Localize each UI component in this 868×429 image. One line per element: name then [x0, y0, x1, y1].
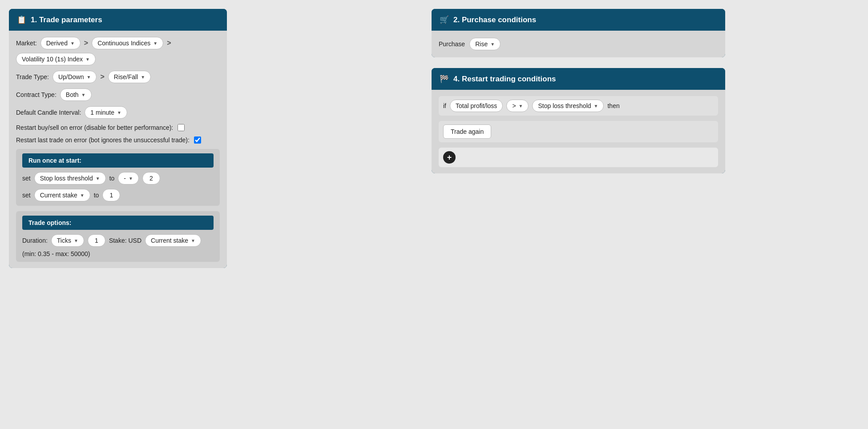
candle-interval-dropdown[interactable]: 1 minute ▼ — [85, 106, 127, 119]
chevron-down-icon-2: ▼ — [153, 41, 157, 46]
right-column: 🛒 2. Purchase conditions Purchase Rise ▼… — [432, 9, 725, 173]
market-indices-dropdown[interactable]: Continuous Indices ▼ — [92, 37, 163, 49]
cart-icon: 🛒 — [440, 15, 449, 24]
operator-value: > — [512, 102, 516, 109]
trade-options-section: Trade options: Duration: Ticks ▼ 1 Stake… — [16, 211, 220, 262]
trade-type-updown-value: Up/Down — [58, 73, 84, 80]
trade-options-header: Trade options: — [22, 216, 214, 230]
restart-buysell-row: Restart buy/sell on error (disable for b… — [16, 124, 220, 131]
set2-variable-value: Current stake — [40, 192, 77, 199]
set1-to-label: to — [109, 175, 115, 182]
set2-value[interactable]: 1 — [102, 189, 120, 201]
set1-label: set — [22, 175, 31, 182]
doc-icon: 📋 — [17, 15, 26, 24]
stake-label: Stake: USD — [109, 237, 141, 244]
contract-type-both-dropdown[interactable]: Both ▼ — [60, 88, 92, 101]
restart-buysell-label: Restart buy/sell on error (disable for b… — [16, 124, 173, 131]
condition2-value: Stop loss threshold — [538, 102, 591, 109]
set1-variable-value: Stop loss threshold — [40, 175, 93, 182]
market-derived-value: Derived — [46, 40, 68, 47]
trade-again-button[interactable]: Trade again — [443, 124, 491, 139]
set1-variable-dropdown[interactable]: Stop loss threshold ▼ — [34, 172, 106, 184]
stake-value: Current stake — [151, 237, 188, 244]
purchase-conditions-body: Purchase Rise ▼ — [432, 31, 725, 57]
chevron-down-icon-4: ▼ — [87, 75, 91, 80]
set1-operator-value: - — [124, 175, 126, 182]
market-volatility-dropdown[interactable]: Volatility 10 (1s) Index ▼ — [16, 53, 96, 65]
run-once-header: Run once at start: — [22, 153, 214, 168]
if-condition-row: if Total profit/loss > ▼ Stop loss thres… — [439, 96, 718, 116]
trade-type-updown-dropdown[interactable]: Up/Down ▼ — [52, 71, 97, 83]
duration-type-value: Ticks — [57, 237, 71, 244]
chevron-down-icon-7: ▼ — [117, 110, 121, 115]
chevron-down-icon: ▼ — [70, 41, 75, 46]
duration-row: Duration: Ticks ▼ 1 Stake: USD Current s… — [22, 234, 214, 257]
contract-type-both-value: Both — [66, 91, 79, 98]
stake-dropdown[interactable]: Current stake ▼ — [145, 234, 201, 247]
chevron-down-icon-3: ▼ — [85, 57, 90, 62]
add-condition-row: + — [439, 148, 718, 167]
chevron-down-icon-11: ▼ — [74, 238, 78, 243]
set2-label: set — [22, 192, 31, 199]
set1-value[interactable]: 2 — [142, 172, 160, 184]
if-label: if — [443, 102, 446, 109]
duration-value[interactable]: 1 — [88, 234, 105, 247]
duration-type-dropdown[interactable]: Ticks ▼ — [51, 234, 84, 247]
purchase-rise-dropdown[interactable]: Rise ▼ — [469, 38, 501, 50]
restart-buysell-checkbox[interactable] — [178, 124, 185, 131]
trade-type-risefall-dropdown[interactable]: Rise/Fall ▼ — [108, 71, 151, 83]
market-label: Market: — [16, 40, 37, 47]
set1-row: set Stop loss threshold ▼ to - ▼ 2 — [22, 172, 214, 184]
restart-lasttrade-row: Restart last trade on error (bot ignores… — [16, 136, 220, 144]
purchase-rise-value: Rise — [475, 40, 488, 48]
set1-operator-dropdown[interactable]: - ▼ — [118, 172, 139, 184]
restart-trading-header: 🏁 4. Restart trading conditions — [432, 68, 725, 90]
chevron-down-icon-5: ▼ — [141, 75, 145, 80]
chevron-down-icon-8: ▼ — [96, 176, 100, 181]
candle-interval-label: Default Candle Interval: — [16, 109, 81, 116]
set2-variable-dropdown[interactable]: Current stake ▼ — [34, 189, 90, 201]
flag-icon: 🏁 — [440, 74, 449, 84]
trade-parameters-title: 1. Trade parameters — [31, 16, 102, 24]
trade-parameters-header: 📋 1. Trade parameters — [9, 9, 227, 31]
separator-1: > — [84, 39, 88, 47]
restart-lasttrade-checkbox[interactable] — [194, 136, 201, 144]
candle-interval-row: Default Candle Interval: 1 minute ▼ — [16, 106, 220, 119]
add-condition-button[interactable]: + — [443, 151, 456, 164]
run-once-label: Run once at start: — [28, 157, 81, 164]
purchase-label: Purchase — [439, 40, 465, 48]
duration-label: Duration: — [22, 237, 48, 244]
trade-type-row: Trade Type: Up/Down ▼ > Rise/Fall ▼ — [16, 71, 220, 83]
restart-trading-panel: 🏁 4. Restart trading conditions if Total… — [432, 68, 725, 173]
restart-lasttrade-label: Restart last trade on error (bot ignores… — [16, 136, 190, 144]
chevron-down-icon-6: ▼ — [81, 92, 86, 97]
chevron-down-icon-15: ▼ — [594, 104, 598, 108]
market-row: Market: Derived ▼ > Continuous Indices ▼… — [16, 37, 220, 65]
market-indices-value: Continuous Indices — [97, 40, 150, 47]
trade-again-row: Trade again — [439, 121, 718, 142]
trade-type-label: Trade Type: — [16, 73, 49, 80]
chevron-down-icon-12: ▼ — [191, 238, 195, 243]
trade-parameters-body: Market: Derived ▼ > Continuous Indices ▼… — [9, 31, 227, 268]
set2-to-label: to — [94, 192, 99, 199]
condition1-dropdown[interactable]: Total profit/loss — [450, 100, 503, 112]
trade-type-risefall-value: Rise/Fall — [114, 73, 138, 80]
restart-trading-title: 4. Restart trading conditions — [453, 75, 556, 84]
condition1-value: Total profit/loss — [456, 102, 497, 109]
market-derived-dropdown[interactable]: Derived ▼ — [40, 37, 81, 49]
candle-interval-value: 1 minute — [90, 109, 114, 116]
separator-3: > — [100, 73, 104, 81]
trade-parameters-panel: 📋 1. Trade parameters Market: Derived ▼ … — [9, 9, 227, 268]
contract-type-label: Contract Type: — [16, 91, 57, 98]
chevron-down-icon-10: ▼ — [80, 193, 85, 198]
run-once-section: Run once at start: set Stop loss thresho… — [16, 149, 220, 206]
plus-icon: + — [447, 153, 452, 162]
operator-dropdown[interactable]: > ▼ — [506, 100, 529, 112]
chevron-down-icon-14: ▼ — [519, 104, 523, 108]
purchase-conditions-panel: 🛒 2. Purchase conditions Purchase Rise ▼ — [432, 9, 725, 57]
separator-2: > — [167, 39, 171, 47]
condition2-dropdown[interactable]: Stop loss threshold ▼ — [532, 100, 604, 112]
restart-trading-body: if Total profit/loss > ▼ Stop loss thres… — [432, 90, 725, 173]
purchase-conditions-header: 🛒 2. Purchase conditions — [432, 9, 725, 31]
then-label: then — [607, 102, 619, 109]
